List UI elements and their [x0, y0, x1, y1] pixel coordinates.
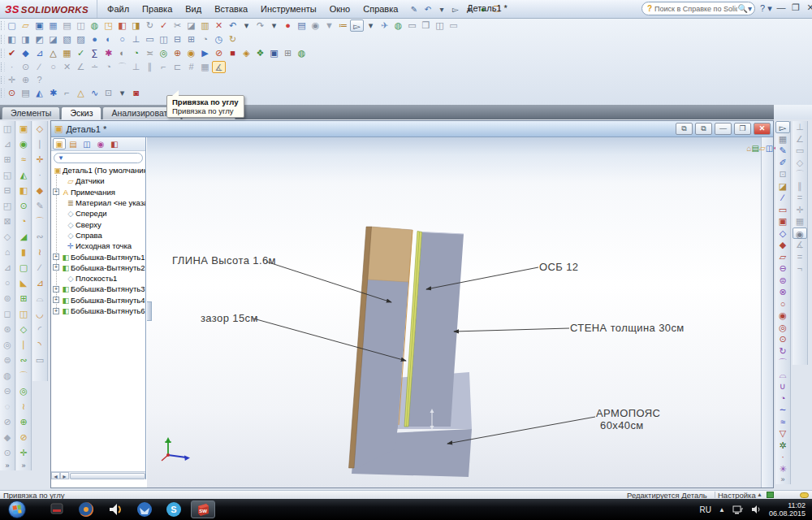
- explode-sketch-icon[interactable]: ⊚: [0, 291, 15, 306]
- spelling-icon[interactable]: ✔: [5, 47, 19, 59]
- expand-icon[interactable]: +: [53, 264, 59, 271]
- env-1-icon[interactable]: ◌: [0, 399, 15, 414]
- assembly-features-icon[interactable]: ⊠: [0, 214, 15, 229]
- composite-curve-icon[interactable]: ≀: [32, 245, 47, 260]
- menu-window[interactable]: Окно: [323, 2, 357, 15]
- constraint-coincident-icon[interactable]: ◇: [793, 157, 807, 169]
- sketch-sheet-icon[interactable]: ▤: [19, 87, 32, 99]
- point-snap-icon[interactable]: ·: [5, 61, 19, 73]
- tree-item-sensors[interactable]: ▱Датчики: [51, 176, 145, 186]
- tile-windows-icon[interactable]: ❒: [419, 20, 433, 32]
- toolbar-overflow-icon[interactable]: »: [5, 461, 9, 470]
- wireframe-icon[interactable]: ○: [115, 33, 129, 46]
- coord-system-icon[interactable]: ✛: [32, 152, 47, 167]
- spline-tool-icon[interactable]: ✱: [46, 87, 60, 99]
- arc-tool-icon[interactable]: ⌐: [60, 87, 74, 99]
- measure-icon[interactable]: ⊿: [32, 47, 46, 59]
- delete-icon[interactable]: ✕: [212, 20, 226, 32]
- surface-loft-icon[interactable]: ◝: [32, 337, 47, 353]
- view-bottom-icon[interactable]: ▨: [74, 33, 88, 46]
- new-motion-icon[interactable]: ⌂: [0, 245, 15, 260]
- lofted-boss-icon[interactable]: ◭: [16, 167, 31, 183]
- circle-3point-icon[interactable]: ⊙: [775, 333, 790, 345]
- toolbox-tool-icon[interactable]: ▣: [267, 47, 281, 59]
- rhombus-icon[interactable]: ◇: [775, 228, 790, 240]
- doc-prev-window-button[interactable]: ⧉: [676, 123, 693, 135]
- tree-root[interactable]: ▣Деталь1 (По умолчанию<<По: [51, 165, 145, 176]
- fillet-icon[interactable]: ◔: [16, 214, 31, 229]
- tab-sketch[interactable]: Эскиз: [61, 106, 102, 119]
- shaded-edges-icon[interactable]: ◐: [102, 33, 115, 46]
- undo-quick-icon[interactable]: ↶: [421, 3, 434, 15]
- tangent-snap-icon[interactable]: ⌒: [115, 61, 129, 73]
- surface-revolve-icon[interactable]: ◡: [32, 306, 47, 322]
- line-snap-icon[interactable]: ∕: [32, 61, 46, 73]
- add-relation-icon[interactable]: ⊥: [793, 121, 807, 133]
- spiral-icon[interactable]: ↻: [775, 345, 790, 358]
- tab-elements[interactable]: Элементы: [2, 106, 60, 119]
- spell-check-icon[interactable]: ✓: [157, 20, 171, 32]
- revolve-icon[interactable]: ◉: [16, 136, 31, 152]
- view-palette-icon[interactable]: ◫: [766, 144, 773, 153]
- menu-view[interactable]: Вид: [179, 2, 208, 15]
- print-preview-icon[interactable]: ◫: [74, 20, 88, 32]
- pan-tool-icon[interactable]: ✛: [5, 74, 19, 86]
- spline-icon[interactable]: ∼: [775, 404, 790, 416]
- env-2-icon[interactable]: ⊘: [0, 414, 15, 430]
- redo-arrow-icon[interactable]: ▾: [267, 20, 281, 32]
- new-window-icon[interactable]: ◫: [433, 20, 447, 32]
- tree-item-boss-extrude1[interactable]: +◧Бобышка-Вытянуть1: [51, 251, 145, 262]
- options-icon[interactable]: ≔: [336, 20, 350, 32]
- view-top-icon[interactable]: ◩: [32, 33, 46, 46]
- tray-expand-icon[interactable]: ▲: [719, 506, 725, 514]
- thunderbird-taskbar-icon[interactable]: [132, 500, 157, 518]
- motion-study-icon[interactable]: ■: [226, 47, 240, 59]
- arc-slot-icon[interactable]: ⊗: [775, 286, 790, 298]
- reference-geom-icon[interactable]: ◇: [0, 229, 15, 245]
- settings-caret-icon[interactable]: ▲: [757, 492, 762, 497]
- print-icon[interactable]: ▤: [60, 20, 74, 32]
- close-button[interactable]: ✕: [806, 2, 812, 13]
- viewport-four-icon[interactable]: ⊞: [184, 33, 198, 46]
- perimeter-circle-icon[interactable]: ◎: [775, 322, 790, 334]
- tree-item-material[interactable]: ≣Материал <не указан>: [51, 197, 145, 208]
- fully-define-icon[interactable]: ▭: [793, 145, 807, 157]
- center-snap-icon[interactable]: ⊙: [19, 61, 32, 73]
- mirror-icon[interactable]: ◫: [16, 306, 31, 322]
- full-screen-icon[interactable]: ▭: [447, 20, 460, 32]
- compare-icon[interactable]: ⊕: [171, 47, 184, 59]
- zoom-tool-icon[interactable]: ⊕: [19, 74, 32, 86]
- tree-item-top-plane[interactable]: ◇Сверху: [51, 219, 145, 229]
- length-snap-icon[interactable]: ⊏: [171, 61, 184, 73]
- cut-extrude-icon[interactable]: ◧: [16, 183, 31, 198]
- feature-manager-icon[interactable]: ▣: [53, 138, 66, 150]
- flow-simulation-icon[interactable]: ▶: [198, 47, 212, 59]
- firefox-taskbar-icon[interactable]: [74, 500, 98, 518]
- rib-icon[interactable]: ▮: [16, 245, 31, 260]
- expand-icon[interactable]: +: [53, 286, 59, 292]
- tree-item-boss-extrude4[interactable]: +◧Бобышка-Вытянуть4: [51, 295, 145, 306]
- insert-component-icon[interactable]: ◫: [0, 121, 15, 136]
- centerpoint-slot-icon[interactable]: ⊜: [775, 275, 790, 287]
- constraint-parallel-icon[interactable]: ∥: [793, 180, 807, 193]
- start-button[interactable]: [8, 500, 26, 518]
- minimize-button[interactable]: —: [776, 2, 786, 13]
- expand-icon[interactable]: +: [53, 254, 59, 260]
- menu-insert[interactable]: Вставка: [208, 2, 254, 15]
- surface-plane-icon[interactable]: ◇: [32, 121, 47, 136]
- solidworks-taskbar-icon[interactable]: SW: [191, 500, 215, 518]
- design-analysis-icon[interactable]: ◉: [184, 47, 198, 59]
- property-manager-icon[interactable]: ▤: [67, 138, 80, 150]
- isolate-icon[interactable]: ⊜: [0, 353, 15, 368]
- rebuild-icon[interactable]: ↻: [143, 20, 157, 32]
- menu-edit[interactable]: Правка: [136, 2, 179, 15]
- tree-item-plane1[interactable]: ◇Плоскость1: [51, 273, 145, 284]
- split-line-icon[interactable]: ∕: [32, 260, 47, 275]
- dimxpert-tool-icon[interactable]: ◆: [19, 47, 32, 59]
- display-relations-icon[interactable]: ∠: [793, 133, 807, 145]
- fly-through-icon[interactable]: ✈: [378, 20, 391, 32]
- toolbar-overflow-icon[interactable]: »: [21, 461, 25, 470]
- viewport-horizontal-icon[interactable]: ⊟: [171, 33, 184, 46]
- equal-snap-icon[interactable]: =: [793, 251, 807, 263]
- show-hidden-icon[interactable]: ◰: [0, 198, 15, 214]
